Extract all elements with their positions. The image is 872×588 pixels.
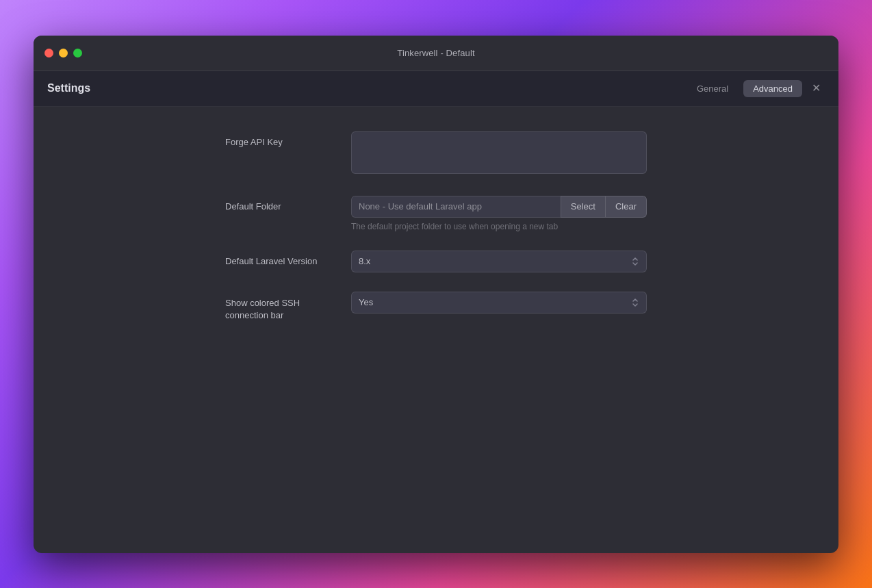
titlebar: Tinkerwell - Default — [34, 36, 838, 71]
window-title: Tinkerwell - Default — [397, 48, 474, 58]
default-folder-label: Default Folder — [225, 196, 335, 212]
app-window: Tinkerwell - Default Settings General Ad… — [34, 36, 838, 553]
tab-general[interactable]: General — [687, 80, 738, 97]
traffic-lights — [44, 49, 82, 57]
select-folder-button[interactable]: Select — [561, 196, 605, 218]
ssh-color-control: Yes No — [351, 292, 647, 314]
clear-folder-button[interactable]: Clear — [605, 196, 647, 218]
folder-row: Select Clear — [351, 196, 647, 218]
default-folder-hint: The default project folder to use when o… — [351, 222, 647, 231]
settings-title: Settings — [47, 82, 90, 94]
close-button[interactable] — [44, 49, 53, 57]
default-folder-input[interactable] — [351, 196, 561, 218]
minimize-button[interactable] — [59, 49, 68, 57]
forge-api-key-control — [351, 131, 647, 177]
form-section: Forge API Key Default Folder Select Clea… — [225, 131, 647, 322]
forge-api-key-label: Forge API Key — [225, 131, 335, 147]
toolbar-right: General Advanced ✕ — [687, 80, 825, 97]
laravel-version-control: 8.x 9.x 10.x 7.x — [351, 251, 647, 272]
forge-api-key-row: Forge API Key — [225, 131, 647, 177]
ssh-color-label: Show colored SSH connection bar — [225, 292, 335, 322]
default-folder-control: Select Clear The default project folder … — [351, 196, 647, 231]
tab-advanced[interactable]: Advanced — [743, 80, 802, 97]
close-icon[interactable]: ✕ — [808, 81, 825, 95]
content-area: Forge API Key Default Folder Select Clea… — [34, 107, 838, 553]
ssh-color-select[interactable]: Yes No — [351, 292, 647, 314]
forge-api-key-input[interactable] — [351, 131, 647, 174]
toolbar: Settings General Advanced ✕ — [34, 71, 838, 107]
laravel-version-row: Default Laravel Version 8.x 9.x 10.x 7.x — [225, 251, 647, 272]
maximize-button[interactable] — [73, 49, 82, 57]
laravel-version-select[interactable]: 8.x 9.x 10.x 7.x — [351, 251, 647, 272]
default-folder-row: Default Folder Select Clear The default … — [225, 196, 647, 231]
ssh-color-row: Show colored SSH connection bar Yes No — [225, 292, 647, 322]
laravel-version-label: Default Laravel Version — [225, 251, 335, 266]
